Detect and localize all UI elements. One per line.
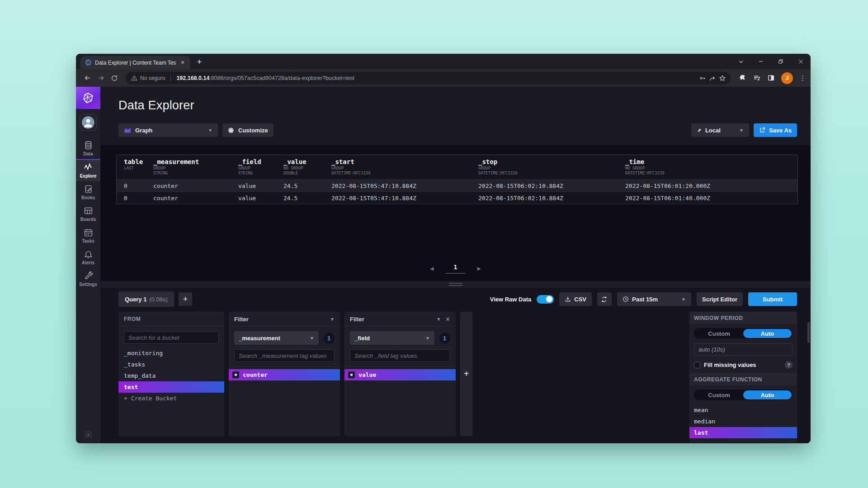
bucket-item[interactable]: temp_data <box>118 370 224 381</box>
column-header[interactable]: table <box>124 158 153 166</box>
from-card: FROM _monitoring _tasks temp_data test +… <box>118 312 224 436</box>
password-key-icon[interactable] <box>699 75 706 82</box>
custom-option[interactable]: Custom <box>695 390 743 399</box>
security-label[interactable]: No seguro <box>140 75 165 81</box>
table-zone-spacer <box>100 204 811 263</box>
pagination: ◀ 1 ▶ <box>100 263 811 274</box>
sidebar-item-alerts[interactable]: Alerts <box>76 246 100 268</box>
custom-option[interactable]: Custom <box>695 329 743 338</box>
sidebar-item-data[interactable]: Data <box>76 137 100 159</box>
share-icon[interactable] <box>709 75 716 82</box>
aggregate-mode-toggle: Custom Auto <box>694 389 793 400</box>
window-period-mode-toggle: Custom Auto <box>694 328 793 339</box>
bucket-item[interactable]: _tasks <box>118 359 224 370</box>
bucket-search-input[interactable] <box>124 331 219 344</box>
function-item[interactable]: median <box>689 416 797 427</box>
window-minimize-button[interactable] <box>751 55 771 68</box>
graph-type-icon <box>124 127 132 133</box>
refresh-button[interactable] <box>597 292 612 306</box>
submit-button[interactable]: Submit <box>748 292 797 306</box>
influxdb-logo-icon[interactable] <box>76 87 100 109</box>
address-bar[interactable]: No seguro 192.168.0.14:8086/orgs/057ac5c… <box>126 72 731 84</box>
table-row[interactable]: 0 counter value 24.5 2022-08-15T05:47:10… <box>117 179 797 192</box>
bookmark-star-icon[interactable] <box>719 75 726 82</box>
remove-filter-icon[interactable]: ✕ <box>445 316 450 323</box>
column-header[interactable]: _stop <box>478 158 625 166</box>
chevron-down-icon[interactable]: ▼ <box>330 317 335 322</box>
function-item[interactable]: mean <box>689 404 797 416</box>
new-tab-button[interactable]: + <box>193 56 205 68</box>
panel-resize-handle[interactable] <box>100 281 811 288</box>
visualization-controls: Graph ▼ Customize Local ▼ <box>100 123 811 137</box>
graph-type-dropdown[interactable]: Graph ▼ <box>118 123 218 137</box>
filter-key-dropdown[interactable]: _measurement ▼ <box>234 331 319 345</box>
create-bucket-button[interactable]: + Create Bucket <box>118 393 224 404</box>
toolbar-right-icons: J ⋮ <box>736 72 806 84</box>
save-as-button[interactable]: Save As <box>754 123 797 137</box>
auto-option[interactable]: Auto <box>743 390 792 399</box>
scrollbar-thumb[interactable] <box>807 322 810 343</box>
user-avatar[interactable] <box>80 114 97 131</box>
fill-missing-checkbox[interactable] <box>694 362 700 368</box>
bucket-list: _monitoring _tasks temp_data test + Crea… <box>118 347 224 404</box>
side-panel-icon[interactable] <box>767 74 775 82</box>
help-icon[interactable]: ? <box>785 361 793 369</box>
window-restore-button[interactable] <box>771 55 791 68</box>
page-title: Data Explorer <box>100 87 811 113</box>
influxdb-favicon-icon <box>85 59 92 66</box>
page-prev-icon[interactable]: ◀ <box>430 266 434 272</box>
forward-icon[interactable] <box>95 72 107 84</box>
time-range-dropdown[interactable]: Past 15m ▼ <box>617 292 691 306</box>
chevron-down-icon: ▼ <box>681 297 686 302</box>
sidebar-item-books[interactable]: Books <box>76 181 100 203</box>
add-query-button[interactable]: + <box>179 292 192 306</box>
table-row[interactable]: 0 counter value 24.5 2022-08-15T05:47:10… <box>117 192 797 204</box>
filter-key-dropdown[interactable]: _field ▼ <box>350 331 434 345</box>
back-icon[interactable] <box>81 72 93 84</box>
column-header[interactable]: _time <box>625 158 797 166</box>
browser-menu-icon[interactable]: ⋮ <box>799 74 806 82</box>
fill-missing-values-row: Fill missing values ? <box>694 361 793 369</box>
script-editor-button[interactable]: Script Editor <box>697 292 743 306</box>
filter-value-selected[interactable]: counter <box>229 369 340 380</box>
table-header-row: tableLAST _measurementGROUPSTRING _field… <box>117 155 797 179</box>
query-tab[interactable]: Query 1 (0.08s) <box>118 291 174 307</box>
page-number[interactable]: 1 <box>446 263 466 274</box>
window-chevron-icon[interactable] <box>731 55 751 68</box>
sidebar-item-boards[interactable]: Boards <box>76 203 100 225</box>
profile-avatar[interactable]: J <box>781 72 793 84</box>
csv-download-button[interactable]: CSV <box>559 292 592 306</box>
page-next-icon[interactable]: ▶ <box>477 266 481 272</box>
column-header[interactable]: _measurement <box>153 158 238 166</box>
sidebar-item-settings[interactable]: Settings <box>76 268 100 290</box>
add-filter-card-button[interactable]: + <box>460 312 472 436</box>
nav-expand-icon[interactable]: › <box>84 431 92 439</box>
function-item-selected[interactable]: last <box>689 427 797 438</box>
chevron-down-icon[interactable]: ▼ <box>436 317 441 322</box>
bucket-item[interactable]: _monitoring <box>118 347 224 359</box>
tab-close-icon[interactable]: × <box>179 59 186 66</box>
window-close-button[interactable] <box>791 55 811 68</box>
extensions-puzzle-icon[interactable] <box>739 74 746 82</box>
measurement-search-input[interactable] <box>234 349 335 362</box>
column-header[interactable]: _start <box>331 158 478 166</box>
sidebar-item-tasks[interactable]: Tasks <box>76 225 100 246</box>
browser-window: Data Explorer | Content Team Tes × + No … <box>76 54 811 443</box>
reload-icon[interactable] <box>108 72 120 84</box>
window-period-value[interactable]: auto (10s) <box>694 343 793 356</box>
view-raw-data-toggle[interactable] <box>537 295 554 304</box>
timezone-dropdown[interactable]: Local ▼ <box>691 123 749 137</box>
auto-option[interactable]: Auto <box>743 329 792 338</box>
browser-tab[interactable]: Data Explorer | Content Team Tes × <box>80 56 190 69</box>
sidebar-item-explore[interactable]: Explore <box>76 159 100 181</box>
filter-value-selected[interactable]: value <box>344 369 456 380</box>
column-header[interactable]: _value <box>283 158 331 166</box>
customize-button[interactable]: Customize <box>222 123 274 137</box>
url-text[interactable]: 192.168.0.14:8086/orgs/057ac5cad904728a/… <box>176 75 696 81</box>
playlist-icon[interactable] <box>753 74 761 82</box>
column-header[interactable]: _field <box>238 158 283 166</box>
window-controls <box>731 55 811 68</box>
bucket-item-selected[interactable]: test <box>118 381 224 393</box>
field-search-input[interactable] <box>350 349 450 362</box>
alerts-bell-icon <box>84 249 93 259</box>
